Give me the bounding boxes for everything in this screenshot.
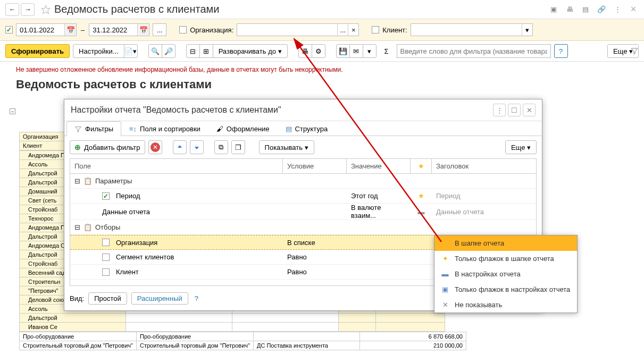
copy-icon[interactable]: ⧉ xyxy=(214,140,228,154)
tab-filters[interactable]: Фильтры xyxy=(66,121,121,136)
dialog-tabs: Фильтры ≡↕Поля и сортировки 🖌Оформление … xyxy=(64,121,542,136)
view-label: Вид: xyxy=(70,294,84,302)
collapse-icon[interactable]: ⊟ xyxy=(186,44,200,58)
row-filters-group[interactable]: ⊟📋Отборы xyxy=(70,220,536,235)
period-checkbox[interactable] xyxy=(102,192,110,200)
date-from-field[interactable] xyxy=(16,25,64,35)
expand-to-button[interactable]: Разворачивать до ▾ xyxy=(213,44,288,58)
link-icon[interactable]: 🔗 xyxy=(596,4,607,15)
gh-header: Заголовок xyxy=(432,159,536,173)
search-adv-icon[interactable]: 🔎 xyxy=(162,44,175,58)
search-icon[interactable]: 🔍 xyxy=(148,44,162,58)
date-separator: – xyxy=(81,26,85,34)
client-input[interactable] xyxy=(411,25,522,35)
forward-button[interactable]: → xyxy=(21,3,35,16)
tree-toggle[interactable]: − xyxy=(10,108,15,114)
client-enabled-checkbox[interactable] xyxy=(372,26,379,33)
more-icon[interactable]: ⋮ xyxy=(612,4,623,15)
client-row-checkbox[interactable] xyxy=(102,268,110,276)
date-enabled-checkbox[interactable] xyxy=(5,26,13,33)
org-combo[interactable]: ... × xyxy=(237,23,359,36)
org-clear-icon[interactable]: × xyxy=(348,24,358,36)
dialog-close-icon[interactable]: ✕ xyxy=(523,104,536,116)
date-from-input[interactable]: 📅 xyxy=(16,23,77,36)
filter-text-input[interactable] xyxy=(397,44,551,58)
org-input[interactable] xyxy=(237,25,337,35)
popup-item-settings[interactable]: ▬В настройках отчета xyxy=(434,266,577,282)
client-dropdown-icon[interactable]: ▾ xyxy=(522,24,532,36)
attach-icon[interactable]: ▾ xyxy=(363,44,377,58)
row-period[interactable]: Период Этот год ★Период xyxy=(70,189,536,204)
page-title: Ведомость расчетов с клиентами xyxy=(54,3,548,15)
print-icon[interactable]: 🖶 xyxy=(564,4,575,15)
move-up-button[interactable] xyxy=(173,140,187,154)
gh-field: Поле xyxy=(70,159,283,173)
dialog-more-icon[interactable]: ⋮ xyxy=(493,104,506,116)
mode-simple[interactable]: Простой xyxy=(88,292,127,305)
settings-button[interactable]: Настройки... xyxy=(73,44,124,58)
gh-value: Значение xyxy=(347,159,411,173)
row-data[interactable]: Данные отчета В валюте взаим... ▬Данные … xyxy=(70,204,536,220)
print-icon[interactable]: 🖶 xyxy=(298,44,312,58)
email-icon[interactable]: ✉ xyxy=(349,44,363,58)
tab-fields[interactable]: ≡↕Поля и сортировки xyxy=(121,121,208,136)
form-button[interactable]: Сформировать xyxy=(5,44,70,58)
date-to-input[interactable]: 📅 xyxy=(89,23,149,36)
top-bar: ← → Ведомость расчетов с клиентами ▣ 🖶 ▤… xyxy=(0,0,644,19)
table-row[interactable]: Дальстрой xyxy=(20,314,445,323)
gh-cond: Условие xyxy=(283,159,347,173)
save-icon[interactable]: ▣ xyxy=(548,4,559,15)
settings-variant-icon[interactable]: 📄▾ xyxy=(124,44,138,58)
move-down-button[interactable] xyxy=(190,140,204,154)
svg-marker-0 xyxy=(42,5,50,13)
expand-icon[interactable]: ⊞ xyxy=(199,44,213,58)
gh-star: ★ xyxy=(411,159,432,173)
popup-item-header[interactable]: ★В шапке отчета xyxy=(434,235,577,251)
seg-row-checkbox[interactable] xyxy=(102,254,110,261)
add-filter-button[interactable]: ⊕Добавить фильтр xyxy=(70,140,145,154)
filter-bar: 📅 – 📅 ... Организация: ... × Клиент: ▾ xyxy=(0,19,644,41)
dialog-more-button[interactable]: Еще ▾ xyxy=(505,140,537,154)
mode-extended[interactable]: Расширенный xyxy=(131,292,188,305)
tab-design[interactable]: 🖌Оформление xyxy=(208,121,278,136)
help-icon[interactable]: ? xyxy=(554,44,568,58)
visibility-popup: ★В шапке отчета ✦Только флажок в шапке о… xyxy=(434,235,578,313)
save-icon[interactable]: 💾 xyxy=(336,44,350,58)
favorite-star-icon[interactable] xyxy=(40,4,51,15)
toolbar: Сформировать Настройки... 📄▾ 🔍 🔎 ⊟ ⊞ Раз… xyxy=(0,41,644,62)
table-row[interactable]: Иванов Се xyxy=(20,323,445,332)
org-label: Организация: xyxy=(190,26,233,34)
delete-button[interactable]: ✕ xyxy=(148,140,162,154)
warning-text: Не завершено отложенное обновление инфор… xyxy=(16,64,639,75)
paste-icon[interactable]: ❐ xyxy=(231,140,245,154)
date-to-field[interactable] xyxy=(89,25,137,35)
org-row-checkbox[interactable] xyxy=(102,239,110,246)
table-row[interactable]: Про-оборудованиеПро-оборудование6 870 66… xyxy=(20,332,466,341)
print-settings-icon[interactable]: ⚙ xyxy=(312,44,325,58)
org-enabled-checkbox[interactable] xyxy=(179,26,187,33)
client-combo[interactable]: ▾ xyxy=(411,23,533,36)
close-button[interactable]: × xyxy=(628,4,639,15)
help-link[interactable]: ? xyxy=(195,294,198,302)
org-select-icon[interactable]: ... xyxy=(337,24,348,36)
show-button[interactable]: Показывать ▾ xyxy=(259,140,314,154)
calendar-icon[interactable]: 📅 xyxy=(64,24,76,36)
calendar-icon[interactable]: 📅 xyxy=(137,24,149,36)
popup-item-flag-settings[interactable]: ▣Только флажок в настройках отчета xyxy=(434,282,577,297)
filter-funnel-icon[interactable] xyxy=(630,47,639,57)
dialog-max-icon[interactable]: ☐ xyxy=(508,104,521,116)
date-select-button[interactable]: ... xyxy=(153,23,166,36)
popup-item-flag-header[interactable]: ✦Только флажок в шапке отчета xyxy=(434,251,577,266)
dialog-title: Настройки отчета "Ведомость расчетов с к… xyxy=(71,105,491,115)
report-title: Ведомость расчетов с клиентами xyxy=(16,75,639,97)
sigma-icon[interactable]: Σ xyxy=(380,44,394,58)
client-label: Клиент: xyxy=(382,26,407,34)
row-params-group[interactable]: ⊟📋Параметры xyxy=(70,174,536,189)
table-row[interactable]: Строительный торговый дом "Петрович"Стро… xyxy=(20,341,466,350)
tab-struct[interactable]: ▤Структура xyxy=(278,121,336,136)
back-button[interactable]: ← xyxy=(5,3,19,16)
popup-item-hide[interactable]: ✕Не показывать xyxy=(434,297,577,313)
preview-icon[interactable]: ▤ xyxy=(580,4,591,15)
